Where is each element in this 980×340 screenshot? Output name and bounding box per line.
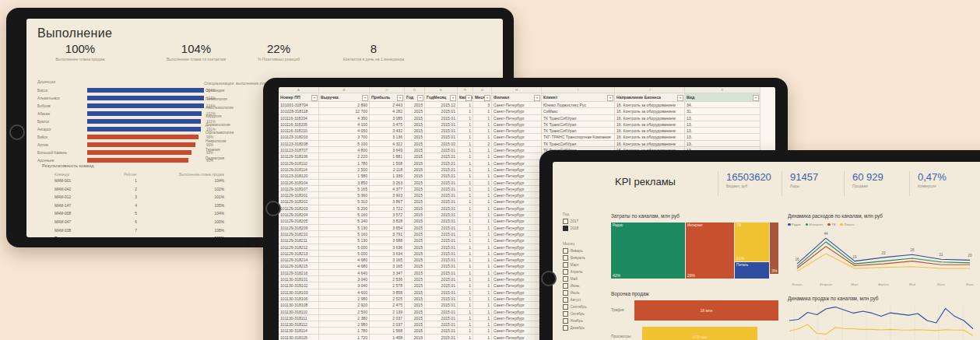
column-header: Выручка▾ — [319, 93, 370, 102]
month-checkbox-row[interactable]: Декабрь — [563, 324, 587, 331]
cell: 2 500 — [319, 166, 370, 173]
column-header: Год▾ — [405, 93, 425, 102]
month-checkbox-row[interactable]: Январь — [563, 247, 587, 254]
month-checkbox-row[interactable]: Ноябрь — [563, 317, 587, 324]
checkbox[interactable] — [563, 248, 568, 254]
treemap-slice[interactable]: Печать — [735, 262, 769, 279]
cell: 4 800 — [319, 147, 370, 153]
filter-dropdown-icon[interactable]: ▾ — [607, 95, 613, 101]
filter-dropdown-icon[interactable]: ▾ — [465, 95, 472, 101]
filter-dropdown-icon[interactable]: ▾ — [450, 95, 456, 101]
cell: 16. Контроль за оборудованием — [615, 141, 685, 147]
costs-line-chart[interactable]: 16441923262120ЯнварьФевральМартАпрельМай… — [786, 229, 980, 293]
team-name: МАМ-147 — [54, 204, 100, 212]
month-checkbox-row[interactable]: Сентябрь — [563, 303, 587, 310]
home-button[interactable] — [9, 124, 25, 140]
column-letter: H — [492, 87, 542, 93]
directions-bar-chart[interactable]: Бирск104%Альметьевск104%Бобров104%Абакан… — [37, 86, 232, 164]
checkbox[interactable] — [563, 276, 568, 282]
column-letter: K — [685, 87, 760, 93]
filter-dropdown-icon[interactable]: ▾ — [311, 95, 318, 101]
filter-dropdown-icon[interactable]: ▾ — [753, 95, 759, 101]
month-checkbox-row[interactable]: Июль — [563, 289, 587, 296]
checkbox[interactable] — [563, 311, 568, 317]
sales-line-chart[interactable] — [786, 303, 980, 340]
treemap-slice[interactable]: Радио42% — [611, 223, 685, 279]
legend-item: Интернет — [806, 223, 824, 226]
cell: 1 — [473, 153, 492, 159]
cell: 1 — [458, 128, 473, 134]
bar-track — [87, 103, 204, 108]
checkbox[interactable] — [563, 226, 568, 231]
cell: 1 — [473, 115, 492, 121]
filter-dropdown-icon[interactable]: ▾ — [484, 95, 490, 101]
cell: 1 — [458, 205, 473, 212]
cell: 101129-318214 — [279, 257, 319, 263]
month-checkbox-row[interactable]: Февраль — [563, 254, 587, 261]
month-checkbox-row[interactable]: Апрель — [563, 268, 587, 275]
checkbox[interactable] — [563, 318, 568, 324]
table-row: 101123-3182085 1004 32220152015.0212Санк… — [279, 141, 775, 147]
tablet-right: KPI рекламы 16503620Бюджет, руб91457Лиды… — [539, 150, 980, 340]
cell: 101130-318101 — [279, 276, 319, 282]
cell: 5 200 — [319, 205, 370, 212]
filter-dropdown-icon[interactable]: ▾ — [677, 95, 683, 101]
checkbox[interactable] — [563, 297, 568, 303]
treemap-slice[interactable]: ТВ21% — [735, 223, 769, 261]
funnel-bar[interactable]: 18 млн — [634, 300, 778, 321]
checkbox[interactable] — [563, 262, 568, 268]
sales-funnel[interactable]: Трафик18 млнПросмотры178 тыс — [611, 299, 778, 340]
teams-section-title: Результативность команд — [42, 163, 94, 168]
month-checkbox-row[interactable]: Октябрь — [563, 310, 587, 317]
cell: 5 360 — [319, 192, 370, 198]
checkbox[interactable] — [563, 219, 568, 224]
cell: 5 310 — [319, 198, 370, 205]
team-rating: 5 — [100, 212, 140, 220]
month-checkbox-row[interactable]: Август — [563, 296, 587, 303]
cell: 2 980 — [319, 321, 370, 328]
cell: 2015 — [405, 180, 425, 186]
cell: 101129-318203 — [279, 205, 319, 212]
month-checkbox-row[interactable]: Май — [563, 275, 587, 282]
filter-dropdown-icon[interactable]: ▾ — [534, 95, 540, 101]
home-button[interactable] — [265, 201, 281, 216]
costs-treemap[interactable]: Радио42%Интернет29%ТВ21%Печать3% — [611, 223, 778, 279]
home-button[interactable] — [541, 271, 557, 286]
slice-name: ТВ — [736, 223, 741, 227]
bar — [87, 135, 198, 139]
checkbox[interactable] — [563, 325, 568, 331]
month-checkbox-row[interactable]: Март — [563, 261, 587, 268]
cell: 1 — [458, 309, 473, 315]
cell: 2 443 — [370, 102, 405, 108]
filter-dropdown-icon[interactable]: ▾ — [362, 95, 368, 101]
checkbox[interactable] — [563, 304, 568, 310]
cell: Санкт-Петербург — [492, 315, 542, 321]
funnel-bar[interactable]: 178 тыс — [642, 327, 757, 340]
filter-dropdown-icon[interactable]: ▾ — [417, 95, 423, 101]
kpi-value: 16503620 — [726, 171, 771, 183]
kpi-card: 91457Лиды — [782, 171, 818, 196]
column-letter: F — [458, 87, 473, 93]
cell: 3 085 — [370, 115, 405, 121]
cell: 1 — [458, 335, 473, 340]
checkbox[interactable] — [563, 255, 568, 261]
cell: 101130-318103 — [279, 289, 319, 296]
year-checkbox-row[interactable]: 2017 — [563, 218, 578, 225]
year-checkbox-row[interactable]: 2018 — [563, 225, 578, 232]
treemap-slice[interactable]: 3% — [770, 223, 778, 274]
checkbox[interactable] — [563, 283, 568, 289]
cell: 16. Контроль за оборудованием — [615, 128, 685, 134]
cell: 2015 — [405, 231, 425, 237]
legend-item: ТВ — [827, 223, 835, 226]
cell: 2015.01 — [425, 237, 458, 244]
svg-text:20: 20 — [968, 254, 972, 258]
checkbox[interactable] — [563, 290, 568, 296]
cell: 2 525 — [370, 296, 405, 302]
checkbox[interactable] — [563, 269, 568, 275]
filter-dropdown-icon[interactable]: ▾ — [397, 95, 403, 101]
month-checkbox-row[interactable]: Июнь — [563, 282, 587, 289]
kpi-card: 8Контактов в день на 1 менеджера — [315, 42, 432, 61]
treemap-slice[interactable]: Интернет29% — [686, 223, 734, 279]
year-filter-label: Год — [563, 212, 569, 216]
cell: 1 780 — [319, 160, 370, 166]
